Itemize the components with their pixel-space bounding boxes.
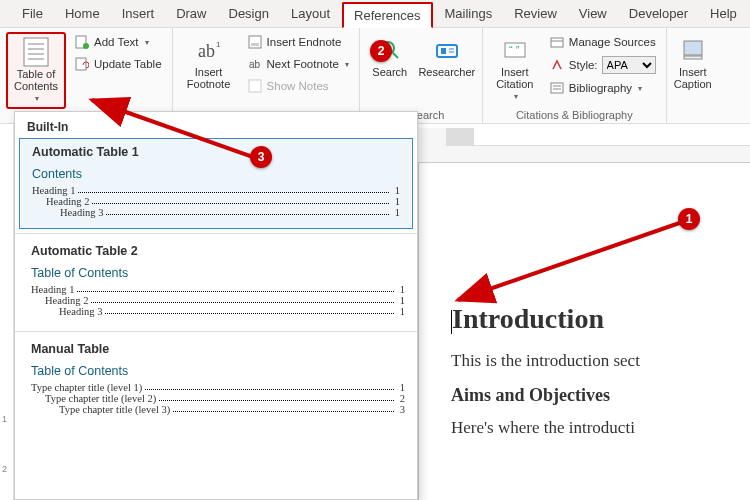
- toc-icon: [22, 38, 50, 66]
- table-of-contents-button[interactable]: Table of Contents ▾: [6, 32, 66, 109]
- next-footnote-icon: ab: [247, 56, 263, 72]
- horizontal-ruler[interactable]: [446, 128, 750, 146]
- chevron-down-icon: ▾: [345, 60, 349, 69]
- tab-developer[interactable]: Developer: [619, 2, 698, 25]
- tab-design[interactable]: Design: [219, 2, 279, 25]
- svg-rect-18: [441, 48, 446, 54]
- bibliography-button[interactable]: Bibliography▾: [545, 78, 660, 98]
- group-footnotes: ab1 Insert Footnote Insert Endnote ab Ne…: [173, 28, 360, 123]
- svg-text:1: 1: [216, 40, 221, 49]
- toc-button-label: Table of Contents: [14, 68, 58, 92]
- next-footnote-button[interactable]: ab Next Footnote▾: [243, 54, 353, 74]
- doc-heading-2: Aims and Objectives: [451, 385, 749, 406]
- toc-option-automatic-2[interactable]: Automatic Table 2 Table of Contents Head…: [15, 238, 417, 327]
- insert-footnote-button[interactable]: ab1 Insert Footnote: [179, 32, 239, 94]
- chevron-down-icon: ▾: [35, 94, 39, 103]
- tab-insert[interactable]: Insert: [112, 2, 165, 25]
- researcher-button[interactable]: Researcher: [418, 32, 476, 82]
- tab-draw[interactable]: Draw: [166, 2, 216, 25]
- svg-rect-10: [249, 36, 261, 48]
- add-text-button[interactable]: Add Text▾: [70, 32, 166, 52]
- show-notes-icon: [247, 78, 263, 94]
- update-table-button[interactable]: Update Table: [70, 54, 166, 74]
- callout-1: 1: [678, 208, 700, 230]
- toc-option-automatic-1[interactable]: Automatic Table 1 Contents Heading 11 He…: [19, 138, 413, 229]
- style-icon: [549, 57, 565, 73]
- group-table-of-contents: Table of Contents ▾ Add Text▾ Update Tab…: [0, 28, 173, 123]
- toc-gallery-dropdown[interactable]: Built-In Automatic Table 1 Contents Head…: [14, 111, 418, 500]
- bibliography-icon: [549, 80, 565, 96]
- svg-rect-7: [76, 58, 86, 70]
- doc-paragraph: This is the introduction sect: [451, 351, 749, 371]
- group-captions: Insert Caption: [667, 28, 719, 123]
- document-area: Introduction This is the introduction se…: [418, 128, 750, 500]
- toc-gallery-section-builtin: Built-In: [15, 112, 417, 138]
- vertical-ruler: 1 2 3: [0, 124, 14, 500]
- tab-file[interactable]: File: [12, 2, 53, 25]
- tab-help[interactable]: Help: [700, 2, 747, 25]
- footnote-icon: ab1: [195, 36, 223, 64]
- manage-sources-icon: [549, 34, 565, 50]
- chevron-down-icon: ▾: [638, 84, 642, 93]
- chevron-down-icon: ▾: [514, 92, 518, 101]
- doc-paragraph: Here's where the introducti: [451, 418, 749, 438]
- svg-rect-29: [684, 56, 702, 59]
- chevron-down-icon: ▾: [145, 38, 149, 47]
- callout-2: 2: [370, 40, 392, 62]
- insert-caption-button[interactable]: Insert Caption: [673, 32, 713, 94]
- svg-rect-25: [551, 83, 563, 93]
- svg-rect-28: [684, 41, 702, 55]
- show-notes-button: Show Notes: [243, 76, 353, 96]
- citation-icon: “ ”: [501, 36, 529, 64]
- svg-text:ab: ab: [198, 41, 215, 61]
- insert-citation-button[interactable]: “ ” Insert Citation▾: [489, 32, 541, 105]
- svg-rect-11: [251, 43, 259, 46]
- endnote-icon: [247, 34, 263, 50]
- update-table-icon: [74, 56, 90, 72]
- toc-option-manual[interactable]: Manual Table Table of Contents Type chap…: [15, 336, 417, 425]
- svg-rect-23: [551, 38, 563, 47]
- style-dropdown[interactable]: APA: [602, 56, 656, 74]
- tab-references[interactable]: References: [342, 2, 432, 28]
- svg-rect-13: [249, 80, 261, 92]
- ribbon-tabs: File Home Insert Draw Design Layout Refe…: [0, 0, 750, 28]
- add-text-icon: [74, 34, 90, 50]
- document-page[interactable]: Introduction This is the introduction se…: [418, 162, 750, 500]
- svg-point-6: [83, 43, 89, 49]
- tab-view[interactable]: View: [569, 2, 617, 25]
- caption-icon: [679, 36, 707, 64]
- svg-text:ab: ab: [249, 59, 261, 70]
- svg-rect-0: [24, 38, 48, 66]
- researcher-icon: [433, 36, 461, 64]
- svg-rect-17: [437, 45, 457, 57]
- svg-line-15: [393, 53, 398, 58]
- tab-home[interactable]: Home: [55, 2, 110, 25]
- tab-layout[interactable]: Layout: [281, 2, 340, 25]
- group-citations: “ ” Insert Citation▾ Manage Sources Styl…: [483, 28, 667, 123]
- group-label-citations: Citations & Bibliography: [489, 109, 660, 121]
- insert-endnote-button[interactable]: Insert Endnote: [243, 32, 353, 52]
- tab-review[interactable]: Review: [504, 2, 567, 25]
- manage-sources-button[interactable]: Manage Sources: [545, 32, 660, 52]
- callout-3: 3: [250, 146, 272, 168]
- style-selector[interactable]: Style: APA: [545, 54, 660, 76]
- svg-text:“ ”: “ ”: [509, 44, 520, 56]
- doc-heading-1: Introduction: [451, 303, 749, 335]
- tab-mailings[interactable]: Mailings: [435, 2, 503, 25]
